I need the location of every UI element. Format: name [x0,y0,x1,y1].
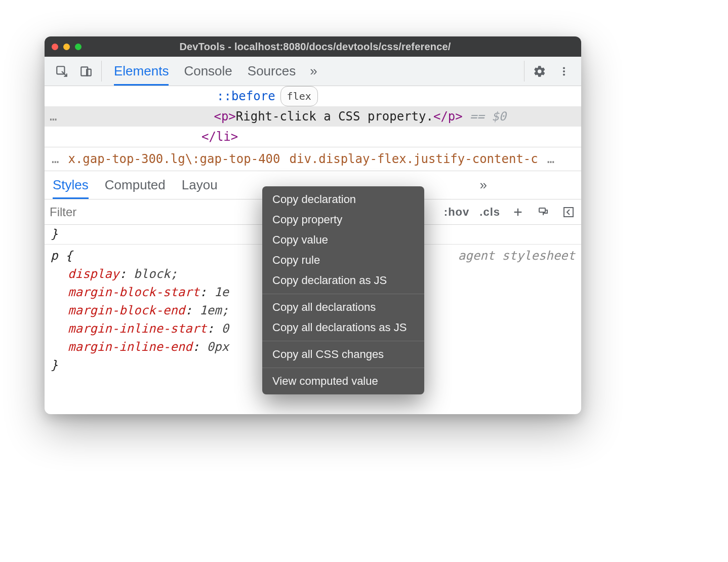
layout-badge[interactable]: flex [280,86,318,106]
kebab-menu-icon[interactable] [552,57,576,86]
closing-tag: </li> [201,127,238,146]
menu-copy-all-css-changes[interactable]: Copy all CSS changes [262,344,424,365]
hover-toggle[interactable]: :hov [444,206,469,219]
paint-icon[interactable] [536,205,551,220]
toolbar-separator [524,61,524,82]
svg-rect-7 [564,208,573,217]
main-tabs: Elements Console Sources [105,57,305,86]
svg-rect-6 [539,208,545,212]
collapse-indicator[interactable]: … [45,107,62,126]
menu-copy-all-declarations-js[interactable]: Copy all declarations as JS [262,317,424,338]
subtab-styles[interactable]: Styles [53,171,89,199]
dollar-zero-hint: == $0 [470,107,506,126]
node-text: Right-click a CSS property. [236,107,433,126]
menu-separator [262,341,424,341]
svg-point-3 [563,67,565,69]
rule-selector[interactable]: p { [51,249,72,263]
rule-source[interactable]: agent stylesheet [458,247,575,265]
device-toggle-icon[interactable] [74,57,98,86]
subtab-layout[interactable]: Layou [182,171,218,199]
dom-pseudo-row[interactable]: ::before flex [45,86,581,106]
breadcrumb-left-ellipsis[interactable]: … [52,152,59,166]
gear-icon[interactable] [528,57,552,86]
inspect-icon[interactable] [50,57,74,86]
menu-view-computed-value[interactable]: View computed value [262,371,424,391]
menu-copy-property[interactable]: Copy property [262,210,424,230]
svg-point-5 [563,73,565,75]
pseudo-element-label: ::before [217,87,275,106]
dom-selected-row[interactable]: … <p> Right-click a CSS property. </p> =… [45,106,581,127]
main-toolbar: Elements Console Sources » [45,57,581,86]
menu-copy-declaration[interactable]: Copy declaration [262,189,424,210]
window-title: DevTools - localhost:8080/docs/devtools/… [56,41,574,53]
breadcrumb[interactable]: … x.gap-top-300.lg\:gap-top-400 div.disp… [45,147,581,171]
subtabs-overflow-icon[interactable]: » [480,171,487,199]
menu-copy-all-declarations[interactable]: Copy all declarations [262,297,424,317]
menu-copy-value[interactable]: Copy value [262,230,424,250]
tabs-overflow-icon[interactable]: » [305,57,322,86]
tab-elements[interactable]: Elements [114,57,169,86]
breadcrumb-right-ellipsis[interactable]: … [547,152,554,166]
new-style-rule-icon[interactable] [510,205,525,220]
menu-copy-declaration-js[interactable]: Copy declaration as JS [262,270,424,291]
open-tag: <p> [214,107,235,126]
tab-sources[interactable]: Sources [248,57,296,86]
menu-copy-rule[interactable]: Copy rule [262,250,424,270]
devtools-window: DevTools - localhost:8080/docs/devtools/… [45,36,581,414]
subtab-computed[interactable]: Computed [105,171,166,199]
context-menu: Copy declaration Copy property Copy valu… [262,186,424,394]
close-tag: </p> [433,107,463,126]
dom-tree[interactable]: ::before flex … <p> Right-click a CSS pr… [45,86,581,147]
menu-separator [262,368,424,368]
dom-closing-row[interactable]: </li> [45,127,581,147]
menu-separator [262,294,424,294]
toolbar-separator [101,61,102,82]
titlebar: DevTools - localhost:8080/docs/devtools/… [45,36,581,57]
tab-console[interactable]: Console [184,57,232,86]
breadcrumb-item[interactable]: x.gap-top-300.lg\:gap-top-400 [68,152,280,166]
breadcrumb-item[interactable]: div.display-flex.justify-content-c [289,152,538,166]
computed-panel-icon[interactable] [561,205,576,220]
cls-toggle[interactable]: .cls [479,206,500,219]
svg-point-4 [563,70,565,72]
